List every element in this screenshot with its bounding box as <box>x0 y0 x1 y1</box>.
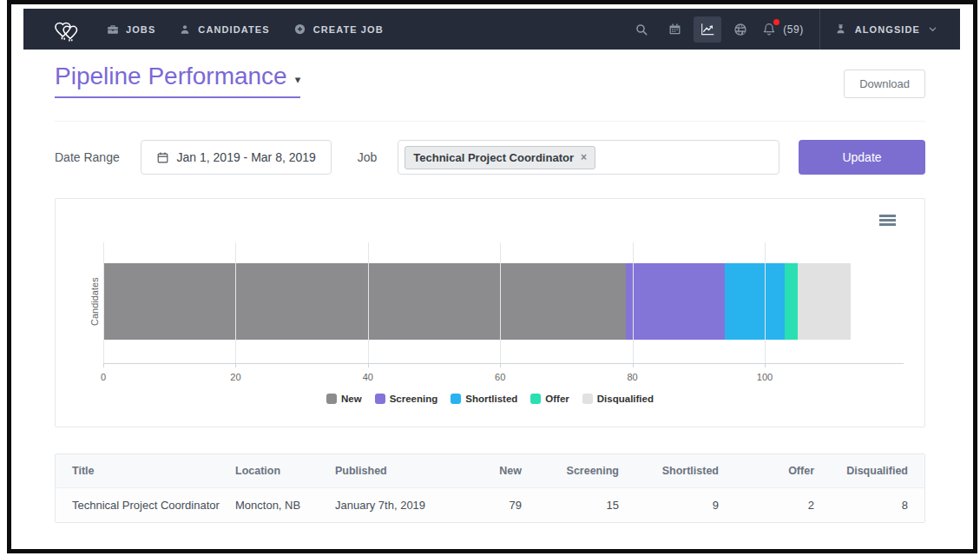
column-header-new[interactable]: New <box>439 454 522 488</box>
analytics-icon[interactable] <box>694 17 721 43</box>
bell-icon <box>760 20 779 39</box>
report-selector[interactable]: Pipeline Performance ▾ <box>55 63 300 98</box>
stacked-bar <box>103 263 851 340</box>
legend-label: Screening <box>390 394 438 404</box>
account-menu[interactable]: ALONGSIDE <box>834 23 960 36</box>
cell-offer: 2 <box>719 488 814 523</box>
bar-segment-screening <box>626 263 725 340</box>
search-icon[interactable] <box>628 17 655 43</box>
nav-candidates-label: CANDIDATES <box>198 24 269 35</box>
axis-tick-0 <box>103 363 104 367</box>
notifications[interactable]: (59) <box>760 20 803 39</box>
pipeline-table-card: TitleLocationPublishedNewScreeningShortl… <box>55 453 925 523</box>
navbar-left: JOBS CANDIDATES CREATE JOB <box>23 17 407 43</box>
axis-tick-label: 60 <box>495 372 505 382</box>
column-header-screening[interactable]: Screening <box>522 454 619 488</box>
axis-tick-label: 40 <box>363 372 373 382</box>
nav-jobs-label: JOBS <box>126 24 155 35</box>
cell-shortlisted: 9 <box>619 488 719 523</box>
column-header-location[interactable]: Location <box>235 454 335 488</box>
bar-segment-offer <box>785 263 798 340</box>
axis-tick-label: 100 <box>757 372 773 382</box>
chart-export-menu-icon[interactable] <box>879 215 896 228</box>
legend-label: Disqualified <box>597 394 654 404</box>
legend-swatch-icon <box>326 394 337 404</box>
calendar-icon[interactable] <box>661 17 688 43</box>
column-header-shortlisted[interactable]: Shortlisted <box>619 454 719 488</box>
axis-tick-label: 0 <box>101 372 106 382</box>
globe-icon[interactable] <box>727 17 754 43</box>
nav-jobs[interactable]: JOBS <box>107 23 155 36</box>
job-multiselect-input[interactable]: Technical Project Coordinator × <box>398 140 779 175</box>
date-range-label: Date Range <box>55 150 120 164</box>
axis-tick-20 <box>235 363 236 367</box>
pipeline-chart-card: Candidates 020406080100 NewScreeningShor… <box>55 198 925 427</box>
cell-new: 79 <box>439 488 522 523</box>
y-axis-label: Candidates <box>89 263 101 340</box>
account-person-icon <box>834 23 847 36</box>
alongside-logo-icon[interactable] <box>51 17 84 43</box>
top-navbar: JOBS CANDIDATES CREATE JOB <box>23 9 960 50</box>
x-axis-line <box>103 363 904 364</box>
update-button[interactable]: Update <box>799 140 925 175</box>
table-row[interactable]: Technical Project CoordinatorMoncton, NB… <box>56 488 925 523</box>
filters-bar: Date Range Jan 1, 2019 - Mar 8, 2019 Job… <box>55 139 925 175</box>
nav-create-job-label: CREATE JOB <box>313 24 384 35</box>
gridline-40 <box>368 242 369 363</box>
table-body: Technical Project CoordinatorMoncton, NB… <box>56 488 925 523</box>
job-tag-label: Technical Project Coordinator <box>413 151 574 164</box>
page-title: Pipeline Performance <box>55 63 287 90</box>
chevron-down-icon <box>928 24 937 34</box>
job-tag-chip: Technical Project Coordinator × <box>404 146 595 169</box>
briefcase-icon <box>107 23 119 36</box>
notification-dot <box>773 19 779 25</box>
pipeline-performance-page: JOBS CANDIDATES CREATE JOB <box>0 0 980 556</box>
nav-create-job[interactable]: CREATE JOB <box>293 23 384 36</box>
date-range-input[interactable]: Jan 1, 2019 - Mar 8, 2019 <box>141 140 332 175</box>
account-label: ALONGSIDE <box>855 24 920 35</box>
navbar-right: (59) ALONGSIDE <box>625 9 960 50</box>
download-button[interactable]: Download <box>844 70 925 98</box>
plot-area: Candidates 020406080100 <box>103 242 904 363</box>
gridline-0 <box>103 242 104 363</box>
cell-published: January 7th, 2019 <box>335 488 439 523</box>
page-header: Pipeline Performance ▾ Download <box>55 63 925 122</box>
column-header-title[interactable]: Title <box>56 454 235 488</box>
legend-item-new[interactable]: New <box>326 394 362 404</box>
gridline-100 <box>765 242 766 363</box>
calendar-small-icon <box>156 151 169 164</box>
bar-segment-new <box>103 263 626 340</box>
chip-remove-icon[interactable]: × <box>581 151 587 163</box>
person-icon <box>179 23 191 36</box>
bar-segment-shortlisted <box>725 263 785 340</box>
plus-circle-icon <box>293 23 306 36</box>
axis-tick-label: 20 <box>230 372 240 382</box>
legend-swatch-icon <box>530 394 541 404</box>
nav-candidates[interactable]: CANDIDATES <box>179 23 269 36</box>
navbar-divider <box>819 9 820 50</box>
column-header-disqualified[interactable]: Disqualified <box>814 454 925 488</box>
legend-label: New <box>341 394 362 404</box>
column-header-offer[interactable]: Offer <box>719 454 814 488</box>
legend-item-offer[interactable]: Offer <box>530 394 569 404</box>
cell-screening: 15 <box>522 488 619 523</box>
gridline-80 <box>633 242 634 363</box>
cell-location: Moncton, NB <box>235 488 335 523</box>
legend-item-shortlisted[interactable]: Shortlisted <box>451 394 517 404</box>
job-label: Job <box>358 150 378 164</box>
legend-item-disqualified[interactable]: Disqualified <box>582 394 654 404</box>
gridline-60 <box>500 242 501 363</box>
chart-legend: NewScreeningShortlistedOfferDisqualified <box>56 394 924 404</box>
column-header-published[interactable]: Published <box>335 454 439 488</box>
axis-tick-label: 80 <box>627 372 637 382</box>
bar-segment-disqualified <box>798 263 851 340</box>
axis-tick-80 <box>633 363 634 367</box>
gridline-20 <box>235 242 236 363</box>
axis-tick-60 <box>500 363 501 367</box>
legend-item-screening[interactable]: Screening <box>375 394 438 404</box>
cell-disqualified: 8 <box>814 488 925 523</box>
legend-label: Shortlisted <box>465 394 517 404</box>
notification-count: (59) <box>783 23 803 36</box>
legend-swatch-icon <box>375 394 385 404</box>
date-range-value: Jan 1, 2019 - Mar 8, 2019 <box>177 150 316 164</box>
